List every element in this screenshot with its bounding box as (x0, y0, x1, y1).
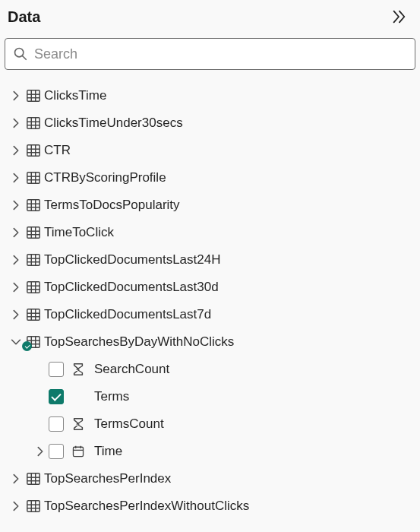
chevron-right-icon[interactable] (8, 280, 24, 294)
chevron-right-icon[interactable] (8, 226, 24, 239)
field-row[interactable]: TermsCount (5, 410, 415, 438)
chevron-right-icon[interactable] (8, 116, 24, 130)
panel-header: Data (0, 0, 420, 35)
table-row[interactable]: TimeToClick (5, 219, 415, 246)
field-checkbox[interactable] (49, 362, 64, 377)
field-tree: ClicksTime ClicksTimeUnder30secs CTR CTR… (0, 78, 420, 520)
table-label: TopClickedDocumentsLast7d (44, 307, 211, 322)
field-label: TermsCount (94, 416, 164, 432)
table-row[interactable]: TopClickedDocumentsLast7d (5, 301, 415, 328)
double-chevron-right-icon (390, 8, 407, 25)
table-icon (24, 143, 43, 158)
chevron-right-icon[interactable] (32, 445, 49, 458)
numeric-field-icon (70, 416, 87, 432)
numeric-field-icon (70, 362, 87, 377)
table-row[interactable]: TopSearchesPerIndexWithoutClicks (5, 492, 415, 520)
table-row[interactable]: TopClickedDocumentsLast30d (5, 274, 415, 301)
table-label: TopClickedDocumentsLast24H (44, 252, 220, 268)
table-icon (24, 225, 43, 240)
table-icon (24, 170, 43, 185)
table-row[interactable]: ClicksTimeUnder30secs (5, 109, 415, 137)
chevron-right-icon[interactable] (8, 472, 24, 486)
table-row[interactable]: TopSearchesPerIndex (5, 465, 415, 492)
table-label: TermsToDocsPopularity (44, 198, 180, 213)
table-label: TopSearchesPerIndex (44, 471, 171, 486)
field-label: Time (94, 444, 122, 459)
table-row[interactable]: TermsToDocsPopularity (5, 192, 415, 219)
field-row[interactable]: SearchCount (5, 356, 415, 383)
table-icon (24, 307, 43, 322)
chevron-right-icon[interactable] (8, 253, 24, 267)
table-label: ClicksTime (44, 88, 106, 103)
search-input[interactable] (34, 46, 407, 62)
table-icon (24, 198, 43, 213)
chevron-right-icon[interactable] (8, 144, 24, 157)
chevron-right-icon[interactable] (8, 198, 24, 212)
collapse-panel-button[interactable] (388, 6, 409, 27)
field-checkbox[interactable] (49, 444, 64, 459)
field-row[interactable]: Terms (5, 383, 415, 410)
table-label: TimeToClick (44, 225, 114, 240)
table-icon (24, 116, 43, 131)
date-field-icon (70, 445, 87, 458)
table-icon (24, 334, 43, 350)
table-row[interactable]: TopSearchesByDayWithNoClicks (5, 328, 415, 356)
table-label: CTRByScoringProfile (44, 170, 166, 185)
field-label: Terms (94, 389, 129, 404)
chevron-right-icon[interactable] (8, 308, 24, 321)
table-icon (24, 280, 43, 295)
table-label: ClicksTimeUnder30secs (44, 116, 183, 131)
field-label: SearchCount (94, 362, 169, 377)
table-label: TopSearchesPerIndexWithoutClicks (44, 499, 249, 514)
table-label: TopClickedDocumentsLast30d (44, 280, 219, 295)
field-checkbox[interactable] (49, 389, 64, 404)
table-row[interactable]: CTRByScoringProfile (5, 164, 415, 192)
chevron-right-icon[interactable] (8, 499, 24, 513)
table-label: TopSearchesByDayWithNoClicks (44, 334, 234, 350)
field-checkbox[interactable] (49, 416, 64, 432)
table-icon (24, 471, 43, 486)
search-box[interactable] (5, 38, 415, 70)
table-row[interactable]: TopClickedDocumentsLast24H (5, 246, 415, 274)
table-row[interactable]: ClicksTime (5, 82, 415, 109)
panel-title: Data (8, 8, 40, 26)
chevron-right-icon[interactable] (8, 171, 24, 185)
table-label: CTR (44, 143, 71, 158)
table-row[interactable]: CTR (5, 137, 415, 164)
table-icon (24, 252, 43, 268)
search-icon (13, 46, 28, 62)
table-icon (24, 499, 43, 514)
table-icon (24, 88, 43, 103)
chevron-right-icon[interactable] (8, 89, 24, 103)
field-row[interactable]: Time (5, 438, 415, 465)
selection-badge-icon (22, 341, 32, 351)
